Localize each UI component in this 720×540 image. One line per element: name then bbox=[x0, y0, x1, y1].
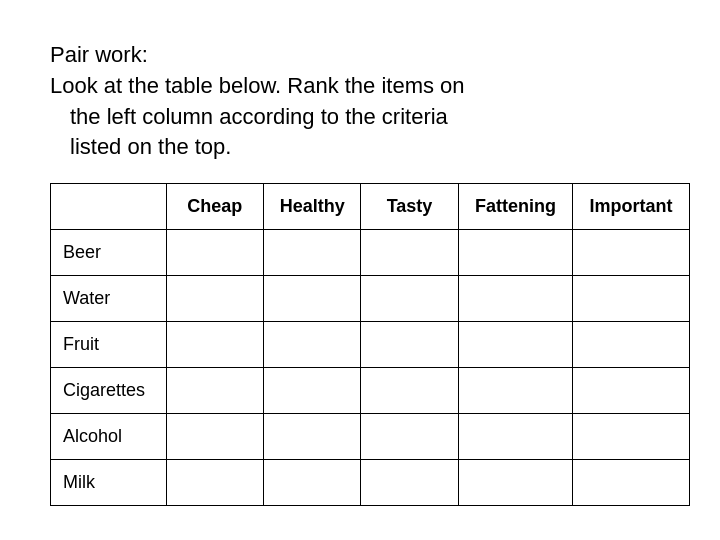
header-healthy: Healthy bbox=[264, 184, 361, 230]
instruction-block: Pair work: Look at the table below. Rank… bbox=[50, 40, 670, 163]
data-cell[interactable] bbox=[361, 322, 458, 368]
data-cell[interactable] bbox=[458, 460, 573, 506]
instruction-line2: Look at the table below. Rank the items … bbox=[50, 71, 670, 102]
data-cell[interactable] bbox=[361, 230, 458, 276]
data-cell[interactable] bbox=[573, 460, 690, 506]
data-cell[interactable] bbox=[166, 460, 263, 506]
table-row: Water bbox=[51, 276, 690, 322]
data-cell[interactable] bbox=[264, 368, 361, 414]
data-cell[interactable] bbox=[458, 276, 573, 322]
data-cell[interactable] bbox=[361, 460, 458, 506]
header-fattening: Fattening bbox=[458, 184, 573, 230]
data-cell[interactable] bbox=[458, 322, 573, 368]
data-cell[interactable] bbox=[264, 460, 361, 506]
data-cell[interactable] bbox=[458, 414, 573, 460]
data-cell[interactable] bbox=[573, 368, 690, 414]
data-cell[interactable] bbox=[166, 322, 263, 368]
row-label-cigarettes: Cigarettes bbox=[51, 368, 167, 414]
row-label-water: Water bbox=[51, 276, 167, 322]
header-tasty: Tasty bbox=[361, 184, 458, 230]
table-row: Fruit bbox=[51, 322, 690, 368]
ranking-table: Cheap Healthy Tasty Fattening Important … bbox=[50, 183, 690, 506]
instruction-line3: the left column according to the criteri… bbox=[50, 102, 670, 133]
data-cell[interactable] bbox=[264, 230, 361, 276]
data-cell[interactable] bbox=[361, 276, 458, 322]
data-cell[interactable] bbox=[361, 368, 458, 414]
table-row: Cigarettes bbox=[51, 368, 690, 414]
instruction-line1: Pair work: bbox=[50, 40, 670, 71]
table-row: Alcohol bbox=[51, 414, 690, 460]
data-cell[interactable] bbox=[166, 230, 263, 276]
row-label-beer: Beer bbox=[51, 230, 167, 276]
data-cell[interactable] bbox=[264, 414, 361, 460]
data-cell[interactable] bbox=[166, 276, 263, 322]
data-cell[interactable] bbox=[573, 414, 690, 460]
row-label-alcohol: Alcohol bbox=[51, 414, 167, 460]
instruction-line4: listed on the top. bbox=[50, 132, 670, 163]
data-cell[interactable] bbox=[361, 414, 458, 460]
data-cell[interactable] bbox=[458, 368, 573, 414]
data-cell[interactable] bbox=[264, 276, 361, 322]
data-cell[interactable] bbox=[166, 368, 263, 414]
data-cell[interactable] bbox=[573, 230, 690, 276]
header-important: Important bbox=[573, 184, 690, 230]
data-cell[interactable] bbox=[458, 230, 573, 276]
header-empty bbox=[51, 184, 167, 230]
table-row: Milk bbox=[51, 460, 690, 506]
data-cell[interactable] bbox=[166, 414, 263, 460]
data-cell[interactable] bbox=[573, 276, 690, 322]
data-cell[interactable] bbox=[573, 322, 690, 368]
row-label-fruit: Fruit bbox=[51, 322, 167, 368]
header-cheap: Cheap bbox=[166, 184, 263, 230]
table-header-row: Cheap Healthy Tasty Fattening Important bbox=[51, 184, 690, 230]
data-cell[interactable] bbox=[264, 322, 361, 368]
table-row: Beer bbox=[51, 230, 690, 276]
row-label-milk: Milk bbox=[51, 460, 167, 506]
